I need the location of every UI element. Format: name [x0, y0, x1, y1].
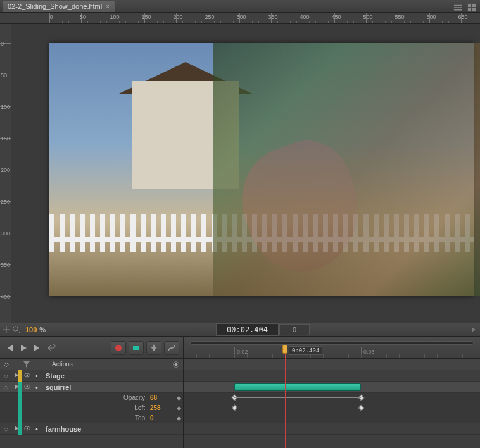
add-keyframe-button[interactable]: [174, 394, 183, 401]
playback-controls: [0, 337, 183, 359]
layer-row-farmhouse[interactable]: ◇•farmhouse: [0, 423, 183, 435]
visibility-icon[interactable]: [24, 383, 33, 391]
time-tick: 0:02: [234, 347, 248, 358]
playhead-line[interactable]: [285, 345, 286, 448]
play-button[interactable]: [18, 342, 29, 354]
stage[interactable]: [49, 43, 474, 296]
add-keyframe-button[interactable]: [174, 414, 183, 421]
property-value[interactable]: 258: [150, 404, 174, 411]
zoom-percent: %: [39, 326, 46, 333]
time-tick: 0:03: [361, 347, 375, 358]
current-frame-display[interactable]: 0: [279, 324, 310, 335]
layer-name: squirrel: [46, 383, 71, 391]
property-label: Top: [135, 414, 145, 421]
layer-track-stage[interactable]: [184, 370, 480, 382]
disclosure-triangle-icon[interactable]: [14, 425, 22, 433]
auto-keyframe-button[interactable]: [111, 341, 126, 355]
playhead-head[interactable]: [282, 345, 287, 354]
visibility-icon[interactable]: [24, 372, 33, 380]
svg-rect-1: [472, 4, 476, 7]
crosshair-icon[interactable]: [3, 326, 10, 333]
keyframe-nav-icon[interactable]: ◇: [4, 373, 11, 379]
easing-button[interactable]: [164, 341, 179, 355]
ruler-vertical[interactable]: 050100150200250300350400450: [0, 24, 11, 323]
keyframe-nav-icon[interactable]: ◇: [4, 361, 11, 368]
timeline-panel: ◇ Actions ◇•Stage◇•squirrelOpacity68Left…: [0, 337, 480, 448]
document-tab-bar: 02-2_Sliding_Show_done.html ×: [0, 0, 480, 13]
timeline-layer-panel: ◇ Actions ◇•Stage◇•squirrelOpacity68Left…: [0, 337, 184, 448]
close-icon[interactable]: ×: [106, 3, 110, 10]
lock-dot-icon[interactable]: •: [35, 425, 42, 433]
tab-title: 02-2_Sliding_Show_done.html: [8, 3, 102, 10]
stage-viewport[interactable]: [11, 24, 480, 323]
layer-track-squirrel[interactable]: [184, 382, 480, 393]
document-tab[interactable]: 02-2_Sliding_Show_done.html ×: [3, 1, 115, 12]
squirrel-image[interactable]: [213, 43, 480, 296]
svg-point-12: [27, 427, 28, 429]
svg-point-4: [13, 327, 18, 332]
actions-header-row: ◇ Actions: [0, 359, 183, 370]
keyframe-nav-icon[interactable]: ◇: [4, 426, 11, 432]
property-value[interactable]: 68: [150, 394, 174, 401]
property-label: Left: [134, 404, 145, 411]
property-row-opacity: Opacity68: [0, 393, 183, 403]
pin-button[interactable]: [146, 341, 161, 355]
goto-start-button[interactable]: [4, 342, 15, 354]
current-time-display[interactable]: 00:02.404: [216, 323, 279, 336]
time-scrollbar[interactable]: [190, 341, 474, 345]
playhead-time-label: 0:02.404: [289, 346, 322, 355]
svg-point-8: [27, 374, 28, 376]
property-row-left: Left258: [0, 403, 183, 413]
property-track-opacity[interactable]: [184, 393, 480, 403]
expand-arrow-icon[interactable]: [470, 326, 477, 333]
property-value[interactable]: 0: [150, 414, 174, 421]
svg-rect-3: [472, 8, 476, 11]
property-label: Opacity: [123, 394, 145, 401]
lock-dot-icon[interactable]: •: [35, 383, 42, 391]
property-row-top: Top0: [0, 413, 183, 423]
status-bar: 100 % 00:02.404 0: [0, 323, 480, 337]
actions-track[interactable]: [184, 359, 480, 370]
lock-dot-icon[interactable]: •: [35, 372, 42, 380]
ruler-horizontal[interactable]: 501001502002503003504004505005506006500: [11, 13, 480, 24]
keyframe-nav-icon[interactable]: ◇: [4, 384, 11, 390]
disclosure-triangle-icon[interactable]: [14, 383, 22, 391]
svg-point-5: [115, 345, 122, 351]
zoom-icon[interactable]: [13, 326, 20, 333]
disclosure-triangle-icon[interactable]: [14, 372, 22, 380]
zoom-value[interactable]: 100: [25, 326, 37, 333]
auto-transition-button[interactable]: [129, 341, 144, 355]
layer-name: Stage: [46, 372, 65, 380]
layer-track-farmhouse[interactable]: [184, 423, 480, 435]
property-track-top[interactable]: [184, 413, 480, 423]
layer-row-squirrel[interactable]: ◇•squirrel: [0, 382, 183, 393]
svg-rect-0: [468, 4, 471, 7]
add-action-button[interactable]: [173, 361, 179, 368]
tween-bar[interactable]: [234, 383, 361, 391]
layer-name: farmhouse: [46, 425, 81, 433]
panel-options-icon[interactable]: [467, 3, 476, 12]
svg-rect-2: [468, 8, 471, 11]
add-keyframe-button[interactable]: [174, 404, 183, 411]
ruler-origin[interactable]: [0, 13, 11, 24]
time-ruler[interactable]: 0:020:03: [184, 337, 480, 359]
svg-point-10: [27, 385, 28, 387]
svg-rect-6: [133, 346, 139, 350]
actions-label: Actions: [52, 361, 73, 368]
layer-row-stage[interactable]: ◇•Stage: [0, 370, 183, 382]
panel-menu-icon[interactable]: [453, 3, 462, 12]
property-track-left[interactable]: [184, 403, 480, 413]
timeline-tracks-panel: 0:020:03 0:02.404: [184, 337, 480, 448]
return-button[interactable]: [46, 342, 57, 354]
goto-end-button[interactable]: [32, 342, 43, 354]
visibility-icon[interactable]: [24, 425, 33, 433]
filter-icon[interactable]: [23, 361, 30, 368]
